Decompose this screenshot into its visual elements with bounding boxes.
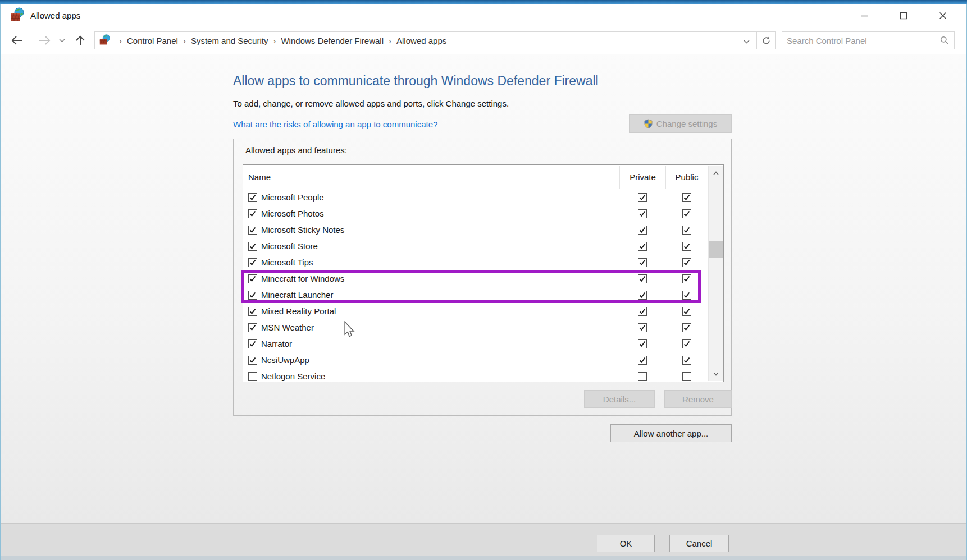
app-enabled-checkbox[interactable] (248, 193, 257, 202)
breadcrumb-item[interactable]: System and Security (191, 36, 268, 45)
scrollbar-thumb[interactable] (709, 241, 723, 258)
title-bar: Allowed apps (0, 4, 967, 26)
navigation-bar: ›Control Panel›System and Security›Windo… (0, 26, 967, 54)
app-row[interactable]: Minecraft Launcher (244, 287, 708, 303)
back-icon[interactable] (8, 26, 27, 54)
public-checkbox[interactable] (682, 209, 691, 218)
app-name: Minecraft for Windows (261, 274, 344, 283)
app-name: Microsoft People (261, 192, 324, 202)
app-name: Microsoft Tips (261, 258, 313, 267)
column-header-public[interactable]: Public (665, 166, 708, 189)
scroll-down-icon[interactable] (709, 366, 723, 381)
search-input[interactable] (782, 33, 935, 48)
app-name: Narrator (261, 339, 292, 348)
public-checkbox[interactable] (682, 258, 691, 267)
public-checkbox[interactable] (682, 274, 691, 283)
app-enabled-checkbox[interactable] (248, 307, 257, 316)
firewall-app-icon (10, 7, 25, 24)
private-checkbox[interactable] (638, 323, 647, 332)
public-checkbox[interactable] (682, 242, 691, 251)
window-left-border (0, 4, 1, 560)
private-cell (619, 291, 665, 300)
window-title: Allowed apps (30, 11, 80, 20)
app-row[interactable]: NcsiUwpApp (244, 352, 708, 368)
public-checkbox[interactable] (682, 307, 691, 316)
app-row[interactable]: MSN Weather (244, 319, 708, 336)
app-row[interactable]: Microsoft Photos (244, 205, 708, 222)
app-name: Mixed Reality Portal (261, 306, 336, 316)
app-row[interactable]: Microsoft People (244, 189, 708, 205)
firewall-breadcrumb-icon (99, 34, 111, 47)
private-checkbox[interactable] (638, 339, 647, 348)
breadcrumb-item[interactable]: Control Panel (127, 36, 178, 45)
remove-button[interactable]: Remove (664, 390, 732, 408)
app-enabled-checkbox[interactable] (248, 209, 257, 218)
app-row[interactable]: Minecraft for Windows (244, 270, 708, 287)
app-name: Microsoft Sticky Notes (261, 225, 344, 235)
refresh-button[interactable] (756, 31, 776, 49)
app-row[interactable]: Netlogon Service (244, 368, 708, 381)
allow-another-app-button[interactable]: Allow another app... (610, 424, 732, 442)
column-header-name[interactable]: Name (244, 172, 619, 182)
app-name: NcsiUwpApp (261, 355, 309, 365)
private-cell (619, 242, 665, 251)
app-row[interactable]: Narrator (244, 336, 708, 352)
app-row[interactable]: Microsoft Sticky Notes (244, 222, 708, 238)
up-icon[interactable] (71, 26, 90, 54)
public-cell (665, 291, 708, 300)
list-scrollbar[interactable] (708, 166, 723, 381)
forward-icon[interactable] (35, 26, 54, 54)
private-checkbox[interactable] (638, 372, 647, 381)
app-enabled-checkbox[interactable] (248, 226, 257, 235)
app-enabled-checkbox[interactable] (248, 323, 257, 332)
private-checkbox[interactable] (638, 291, 647, 300)
app-enabled-checkbox[interactable] (248, 258, 257, 267)
public-checkbox[interactable] (682, 356, 691, 365)
app-row[interactable]: Microsoft Tips (244, 254, 708, 270)
private-checkbox[interactable] (638, 307, 647, 316)
public-checkbox[interactable] (682, 291, 691, 300)
app-row[interactable]: Mixed Reality Portal (244, 303, 708, 319)
public-checkbox[interactable] (682, 372, 691, 381)
private-checkbox[interactable] (638, 193, 647, 202)
private-cell (619, 274, 665, 283)
app-row[interactable]: Microsoft Store (244, 238, 708, 254)
private-checkbox[interactable] (638, 209, 647, 218)
close-button[interactable] (923, 4, 963, 26)
scroll-up-icon[interactable] (709, 166, 723, 180)
maximize-button[interactable] (884, 4, 923, 26)
app-enabled-checkbox[interactable] (248, 339, 257, 348)
private-cell (619, 226, 665, 235)
change-settings-button[interactable]: Change settings (629, 114, 732, 133)
breadcrumb-separator-icon: › (119, 36, 122, 45)
private-checkbox[interactable] (638, 356, 647, 365)
public-checkbox[interactable] (682, 193, 691, 202)
search-icon[interactable] (935, 36, 954, 45)
allowed-apps-window: Allowed apps (0, 0, 967, 560)
ok-button[interactable]: OK (597, 535, 655, 552)
app-enabled-checkbox[interactable] (248, 356, 257, 365)
details-button[interactable]: Details... (584, 390, 655, 408)
app-enabled-checkbox[interactable] (248, 242, 257, 251)
app-enabled-checkbox[interactable] (248, 372, 257, 381)
public-checkbox[interactable] (682, 226, 691, 235)
breadcrumb-item[interactable]: Windows Defender Firewall (281, 36, 384, 45)
private-checkbox[interactable] (638, 226, 647, 235)
private-checkbox[interactable] (638, 274, 647, 283)
cancel-button[interactable]: Cancel (669, 535, 729, 552)
recent-pages-chevron-icon[interactable] (55, 26, 69, 54)
app-name: Netlogon Service (261, 371, 325, 381)
minimize-button[interactable] (845, 4, 884, 26)
private-checkbox[interactable] (638, 258, 647, 267)
breadcrumb-item[interactable]: Allowed apps (396, 36, 446, 45)
public-cell (665, 274, 708, 283)
risks-link[interactable]: What are the risks of allowing an app to… (233, 120, 437, 129)
public-checkbox[interactable] (682, 323, 691, 332)
app-enabled-checkbox[interactable] (248, 274, 257, 283)
private-checkbox[interactable] (638, 242, 647, 251)
public-checkbox[interactable] (682, 339, 691, 348)
change-settings-label: Change settings (656, 119, 717, 128)
app-enabled-checkbox[interactable] (248, 291, 257, 300)
column-header-private[interactable]: Private (619, 166, 665, 189)
breadcrumb-history-chevron-icon[interactable] (741, 36, 752, 45)
